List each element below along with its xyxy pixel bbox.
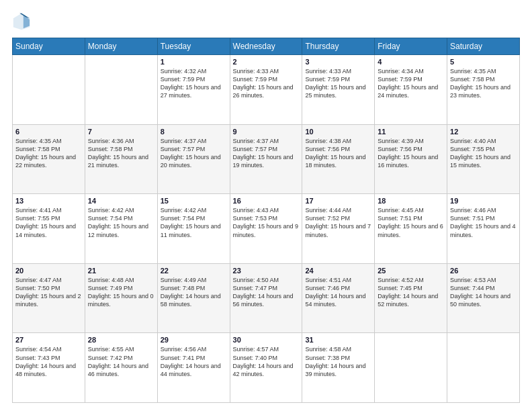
cell-text: Sunrise: 4:32 AM Sunset: 7:59 PM Dayligh… xyxy=(161,67,227,100)
day-number: 7 xyxy=(88,128,154,136)
cell-text: Sunrise: 4:34 AM Sunset: 7:59 PM Dayligh… xyxy=(378,67,444,100)
day-number: 5 xyxy=(450,58,517,66)
calendar-cell: 26Sunrise: 4:53 AM Sunset: 7:44 PM Dayli… xyxy=(447,263,520,333)
calendar-cell: 14Sunrise: 4:42 AM Sunset: 7:54 PM Dayli… xyxy=(85,194,157,264)
day-number: 28 xyxy=(88,336,154,344)
day-number: 31 xyxy=(305,336,371,344)
day-number: 23 xyxy=(233,267,300,275)
cell-text: Sunrise: 4:35 AM Sunset: 7:58 PM Dayligh… xyxy=(450,67,517,100)
day-number: 13 xyxy=(15,197,82,205)
calendar-cell: 21Sunrise: 4:48 AM Sunset: 7:49 PM Dayli… xyxy=(85,263,157,333)
day-number: 25 xyxy=(378,267,444,275)
weekday-header-sunday: Sunday xyxy=(13,38,85,55)
calendar-cell: 13Sunrise: 4:41 AM Sunset: 7:55 PM Dayli… xyxy=(13,194,85,264)
day-number: 11 xyxy=(378,128,444,136)
day-number: 26 xyxy=(450,267,517,275)
logo xyxy=(12,12,34,31)
calendar-cell xyxy=(85,55,157,125)
weekday-header-wednesday: Wednesday xyxy=(230,38,302,55)
calendar-week-3: 13Sunrise: 4:41 AM Sunset: 7:55 PM Dayli… xyxy=(13,194,520,264)
calendar-cell: 4Sunrise: 4:34 AM Sunset: 7:59 PM Daylig… xyxy=(375,55,447,125)
day-number: 21 xyxy=(88,267,154,275)
calendar-cell: 3Sunrise: 4:33 AM Sunset: 7:59 PM Daylig… xyxy=(302,55,375,125)
cell-text: Sunrise: 4:37 AM Sunset: 7:57 PM Dayligh… xyxy=(161,137,227,170)
calendar-cell: 19Sunrise: 4:46 AM Sunset: 7:51 PM Dayli… xyxy=(447,194,520,264)
cell-text: Sunrise: 4:36 AM Sunset: 7:58 PM Dayligh… xyxy=(88,137,154,170)
cell-text: Sunrise: 4:56 AM Sunset: 7:41 PM Dayligh… xyxy=(161,345,227,378)
cell-text: Sunrise: 4:58 AM Sunset: 7:38 PM Dayligh… xyxy=(305,345,371,378)
calendar-cell: 31Sunrise: 4:58 AM Sunset: 7:38 PM Dayli… xyxy=(302,333,375,403)
calendar-cell: 23Sunrise: 4:50 AM Sunset: 7:47 PM Dayli… xyxy=(230,263,302,333)
weekday-header-saturday: Saturday xyxy=(447,38,520,55)
day-number: 12 xyxy=(450,128,517,136)
calendar-cell: 5Sunrise: 4:35 AM Sunset: 7:58 PM Daylig… xyxy=(447,55,520,125)
cell-text: Sunrise: 4:47 AM Sunset: 7:50 PM Dayligh… xyxy=(15,276,82,309)
cell-text: Sunrise: 4:53 AM Sunset: 7:44 PM Dayligh… xyxy=(450,276,517,309)
calendar-cell: 1Sunrise: 4:32 AM Sunset: 7:59 PM Daylig… xyxy=(157,55,230,125)
calendar-cell: 6Sunrise: 4:35 AM Sunset: 7:58 PM Daylig… xyxy=(13,124,85,194)
weekday-header-friday: Friday xyxy=(375,38,447,55)
day-number: 29 xyxy=(161,336,227,344)
day-number: 6 xyxy=(15,128,82,136)
calendar-cell: 12Sunrise: 4:40 AM Sunset: 7:55 PM Dayli… xyxy=(447,124,520,194)
calendar-cell: 18Sunrise: 4:45 AM Sunset: 7:51 PM Dayli… xyxy=(375,194,447,264)
cell-text: Sunrise: 4:33 AM Sunset: 7:59 PM Dayligh… xyxy=(233,67,300,100)
calendar-cell: 17Sunrise: 4:44 AM Sunset: 7:52 PM Dayli… xyxy=(302,194,375,264)
calendar-cell: 27Sunrise: 4:54 AM Sunset: 7:43 PM Dayli… xyxy=(13,333,85,403)
day-number: 30 xyxy=(233,336,300,344)
calendar-cell: 16Sunrise: 4:43 AM Sunset: 7:53 PM Dayli… xyxy=(230,194,302,264)
calendar-cell: 30Sunrise: 4:57 AM Sunset: 7:40 PM Dayli… xyxy=(230,333,302,403)
day-number: 17 xyxy=(305,197,371,205)
day-number: 10 xyxy=(305,128,371,136)
day-number: 24 xyxy=(305,267,371,275)
cell-text: Sunrise: 4:55 AM Sunset: 7:42 PM Dayligh… xyxy=(88,345,154,378)
day-number: 20 xyxy=(15,267,82,275)
cell-text: Sunrise: 4:50 AM Sunset: 7:47 PM Dayligh… xyxy=(233,276,300,309)
day-number: 2 xyxy=(233,58,300,66)
calendar-table: SundayMondayTuesdayWednesdayThursdayFrid… xyxy=(12,38,520,403)
day-number: 19 xyxy=(450,197,517,205)
weekday-header-thursday: Thursday xyxy=(302,38,375,55)
day-number: 3 xyxy=(305,58,371,66)
calendar-cell: 20Sunrise: 4:47 AM Sunset: 7:50 PM Dayli… xyxy=(13,263,85,333)
cell-text: Sunrise: 4:46 AM Sunset: 7:51 PM Dayligh… xyxy=(450,206,517,239)
calendar-cell: 7Sunrise: 4:36 AM Sunset: 7:58 PM Daylig… xyxy=(85,124,157,194)
cell-text: Sunrise: 4:48 AM Sunset: 7:49 PM Dayligh… xyxy=(88,276,154,309)
day-number: 9 xyxy=(233,128,300,136)
weekday-header-tuesday: Tuesday xyxy=(157,38,230,55)
cell-text: Sunrise: 4:39 AM Sunset: 7:56 PM Dayligh… xyxy=(378,137,444,170)
day-number: 16 xyxy=(233,197,300,205)
calendar-week-5: 27Sunrise: 4:54 AM Sunset: 7:43 PM Dayli… xyxy=(13,333,520,403)
calendar-cell: 15Sunrise: 4:42 AM Sunset: 7:54 PM Dayli… xyxy=(157,194,230,264)
day-number: 27 xyxy=(15,336,82,344)
cell-text: Sunrise: 4:42 AM Sunset: 7:54 PM Dayligh… xyxy=(88,206,154,239)
calendar-cell xyxy=(375,333,447,403)
calendar-cell: 29Sunrise: 4:56 AM Sunset: 7:41 PM Dayli… xyxy=(157,333,230,403)
cell-text: Sunrise: 4:54 AM Sunset: 7:43 PM Dayligh… xyxy=(15,345,82,378)
cell-text: Sunrise: 4:33 AM Sunset: 7:59 PM Dayligh… xyxy=(305,67,371,100)
cell-text: Sunrise: 4:41 AM Sunset: 7:55 PM Dayligh… xyxy=(15,206,82,239)
calendar-cell: 8Sunrise: 4:37 AM Sunset: 7:57 PM Daylig… xyxy=(157,124,230,194)
header xyxy=(12,12,520,31)
cell-text: Sunrise: 4:38 AM Sunset: 7:56 PM Dayligh… xyxy=(305,137,371,170)
calendar-week-4: 20Sunrise: 4:47 AM Sunset: 7:50 PM Dayli… xyxy=(13,263,520,333)
cell-text: Sunrise: 4:42 AM Sunset: 7:54 PM Dayligh… xyxy=(161,206,227,239)
day-number: 15 xyxy=(161,197,227,205)
cell-text: Sunrise: 4:43 AM Sunset: 7:53 PM Dayligh… xyxy=(233,206,300,239)
calendar-cell: 24Sunrise: 4:51 AM Sunset: 7:46 PM Dayli… xyxy=(302,263,375,333)
calendar-cell: 22Sunrise: 4:49 AM Sunset: 7:48 PM Dayli… xyxy=(157,263,230,333)
calendar-cell: 28Sunrise: 4:55 AM Sunset: 7:42 PM Dayli… xyxy=(85,333,157,403)
cell-text: Sunrise: 4:45 AM Sunset: 7:51 PM Dayligh… xyxy=(378,206,444,239)
calendar-week-2: 6Sunrise: 4:35 AM Sunset: 7:58 PM Daylig… xyxy=(13,124,520,194)
weekday-header-row: SundayMondayTuesdayWednesdayThursdayFrid… xyxy=(13,38,520,55)
cell-text: Sunrise: 4:57 AM Sunset: 7:40 PM Dayligh… xyxy=(233,345,300,378)
day-number: 22 xyxy=(161,267,227,275)
day-number: 8 xyxy=(161,128,227,136)
day-number: 4 xyxy=(378,58,444,66)
cell-text: Sunrise: 4:44 AM Sunset: 7:52 PM Dayligh… xyxy=(305,206,371,239)
weekday-header-monday: Monday xyxy=(85,38,157,55)
calendar-cell: 25Sunrise: 4:52 AM Sunset: 7:45 PM Dayli… xyxy=(375,263,447,333)
calendar-cell: 10Sunrise: 4:38 AM Sunset: 7:56 PM Dayli… xyxy=(302,124,375,194)
calendar-cell: 9Sunrise: 4:37 AM Sunset: 7:57 PM Daylig… xyxy=(230,124,302,194)
cell-text: Sunrise: 4:51 AM Sunset: 7:46 PM Dayligh… xyxy=(305,276,371,309)
